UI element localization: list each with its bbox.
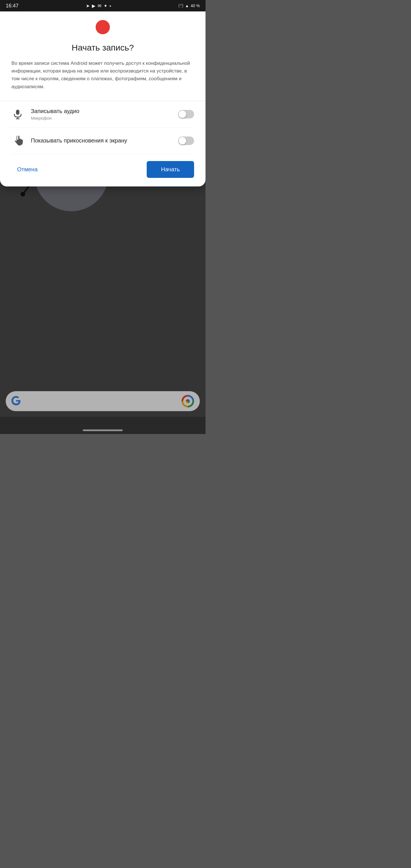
- record-audio-text: Записывать аудио Микрофон: [31, 108, 178, 121]
- dialog-title: Начать запись?: [11, 43, 194, 53]
- touch-icon: [11, 134, 24, 147]
- show-touches-toggle[interactable]: [178, 136, 194, 145]
- dot-icon: ●: [109, 4, 111, 7]
- record-dialog: Начать запись? Во время записи система A…: [0, 11, 205, 186]
- dialog-actions: Отмена Начать: [11, 154, 194, 186]
- wifi-icon: ▲: [185, 3, 189, 8]
- vibrate-icon: 📳: [179, 3, 183, 8]
- other-status-icon: ✦: [104, 3, 107, 8]
- status-bar: 16:47 ➤ ▶ ✉ ✦ ● 📳 ▲ 40 %: [0, 0, 205, 11]
- status-time: 16:47: [6, 3, 19, 9]
- show-touches-option: Показывать прикосновения к экрану: [11, 128, 194, 154]
- record-audio-title: Записывать аудио: [31, 108, 178, 115]
- record-audio-option: Записывать аудио Микрофон: [11, 101, 194, 128]
- yt-status-icon: ▶: [92, 3, 95, 8]
- record-indicator: [96, 20, 110, 34]
- svg-rect-48: [16, 110, 20, 115]
- record-audio-toggle[interactable]: [178, 110, 194, 119]
- cancel-button[interactable]: Отмена: [11, 163, 43, 176]
- dialog-description: Во время записи система Android может по…: [11, 59, 194, 91]
- show-touches-text: Показывать прикосновения к экрану: [31, 137, 178, 144]
- show-touches-title: Показывать прикосновения к экрану: [31, 137, 178, 144]
- record-audio-subtitle: Микрофон: [31, 116, 178, 121]
- battery-text: 40 %: [191, 3, 200, 8]
- status-right: 📳 ▲ 40 %: [179, 3, 200, 8]
- navigation-icon: ➤: [86, 3, 90, 8]
- microphone-icon: [11, 108, 24, 121]
- status-icons: ➤ ▶ ✉ ✦ ●: [86, 3, 111, 8]
- mail-status-icon: ✉: [98, 3, 101, 8]
- start-button[interactable]: Начать: [147, 161, 194, 178]
